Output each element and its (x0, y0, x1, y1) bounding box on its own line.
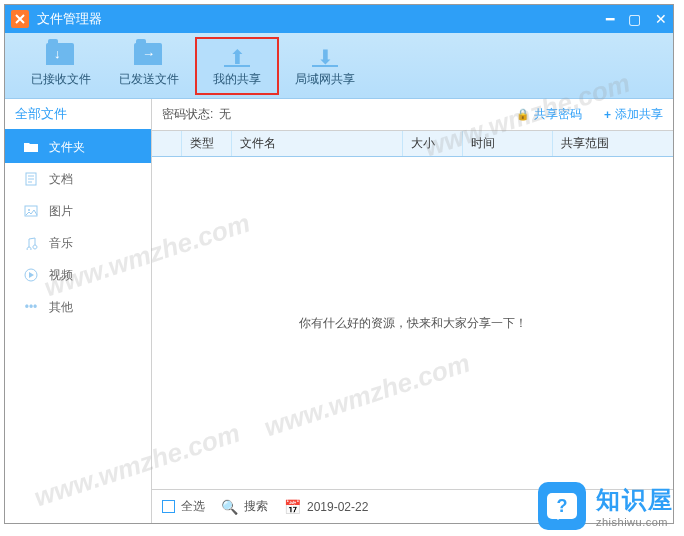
video-icon (23, 268, 39, 282)
empty-message: 你有什么好的资源，快来和大家分享一下！ (299, 315, 527, 332)
th-size[interactable]: 大小 (403, 131, 463, 156)
badge-subtitle: zhishiwu.com (596, 516, 674, 528)
plus-icon: + (604, 108, 611, 122)
table-header: 类型 文件名 大小 时间 共享范围 (152, 131, 673, 157)
sidebar-item-label: 文件夹 (49, 139, 85, 156)
window-controls: ━ ▢ ✕ (606, 11, 667, 27)
main-panel: 密码状态: 无 🔒 共享密码 + 添加共享 类型 文件名 大小 时间 (152, 99, 673, 523)
sidebar-item-music[interactable]: 音乐 (5, 227, 151, 259)
sidebar-item-label: 其他 (49, 299, 73, 316)
th-name[interactable]: 文件名 (232, 131, 403, 156)
date-value: 2019-02-22 (307, 500, 368, 514)
app-window: 文件管理器 ━ ▢ ✕ ↓ 已接收文件 → 已发送文件 ⬆ 我的共享 ⬇ 局域网… (4, 4, 674, 524)
upload-icon: ⬆ (222, 43, 252, 67)
share-password-button[interactable]: 🔒 共享密码 (516, 106, 582, 123)
folder-down-icon: ↓ (46, 43, 76, 67)
download-icon: ⬇ (310, 43, 340, 67)
sidebar-item-other[interactable]: ••• 其他 (5, 291, 151, 323)
th-type[interactable]: 类型 (182, 131, 232, 156)
share-password-label: 共享密码 (534, 106, 582, 123)
app-icon (11, 10, 29, 28)
tab-label: 局域网共享 (295, 71, 355, 88)
select-all[interactable]: 全选 (162, 498, 205, 515)
password-status-value: 无 (219, 106, 231, 123)
tab-my-share[interactable]: ⬆ 我的共享 (195, 37, 279, 95)
music-icon (23, 236, 39, 250)
sidebar-item-label: 音乐 (49, 235, 73, 252)
sidebar-item-document[interactable]: 文档 (5, 163, 151, 195)
status-row: 密码状态: 无 🔒 共享密码 + 添加共享 (152, 99, 673, 131)
tab-label: 已发送文件 (119, 71, 179, 88)
badge-title: 知识屋 (596, 484, 674, 516)
maximize-button[interactable]: ▢ (628, 11, 641, 27)
th-scope[interactable]: 共享范围 (553, 131, 673, 156)
content: 全部文件 文件夹 文档 图片 音乐 视频 ••• (5, 99, 673, 523)
sidebar-header-all-files[interactable]: 全部文件 (5, 99, 151, 131)
sidebar-item-video[interactable]: 视频 (5, 259, 151, 291)
folder-right-icon: → (134, 43, 164, 67)
tab-lan-share[interactable]: ⬇ 局域网共享 (283, 37, 367, 95)
tab-sent-files[interactable]: → 已发送文件 (107, 37, 191, 95)
document-icon (23, 172, 39, 186)
image-icon (23, 204, 39, 218)
badge-icon: ? (538, 482, 586, 530)
site-badge: ? 知识屋 zhishiwu.com (538, 482, 674, 530)
search-label: 搜索 (244, 498, 268, 515)
sidebar-item-label: 视频 (49, 267, 73, 284)
calendar-icon: 📅 (284, 499, 301, 515)
sidebar-item-image[interactable]: 图片 (5, 195, 151, 227)
tab-label: 我的共享 (213, 71, 261, 88)
checkbox-icon (162, 500, 175, 513)
password-status-label: 密码状态: (162, 106, 213, 123)
date-picker[interactable]: 📅 2019-02-22 (284, 499, 368, 515)
add-share-button[interactable]: + 添加共享 (604, 106, 663, 123)
folder-icon (23, 140, 39, 154)
minimize-button[interactable]: ━ (606, 11, 614, 27)
svg-point-5 (28, 209, 30, 211)
window-title: 文件管理器 (37, 10, 606, 28)
select-all-label: 全选 (181, 498, 205, 515)
sidebar-item-label: 图片 (49, 203, 73, 220)
add-share-label: 添加共享 (615, 106, 663, 123)
sidebar-item-folder[interactable]: 文件夹 (5, 131, 151, 163)
sidebar: 全部文件 文件夹 文档 图片 音乐 视频 ••• (5, 99, 152, 523)
search-button[interactable]: 🔍 搜索 (221, 498, 268, 515)
toolbar: ↓ 已接收文件 → 已发送文件 ⬆ 我的共享 ⬇ 局域网共享 (5, 33, 673, 99)
th-time[interactable]: 时间 (463, 131, 553, 156)
lock-icon: 🔒 (516, 108, 530, 121)
tab-label: 已接收文件 (31, 71, 91, 88)
tab-received-files[interactable]: ↓ 已接收文件 (19, 37, 103, 95)
close-button[interactable]: ✕ (655, 11, 667, 27)
sidebar-item-label: 文档 (49, 171, 73, 188)
titlebar: 文件管理器 ━ ▢ ✕ (5, 5, 673, 33)
search-icon: 🔍 (221, 499, 238, 515)
th-check[interactable] (152, 131, 182, 156)
table-body: 你有什么好的资源，快来和大家分享一下！ (152, 157, 673, 489)
more-icon: ••• (23, 300, 39, 314)
